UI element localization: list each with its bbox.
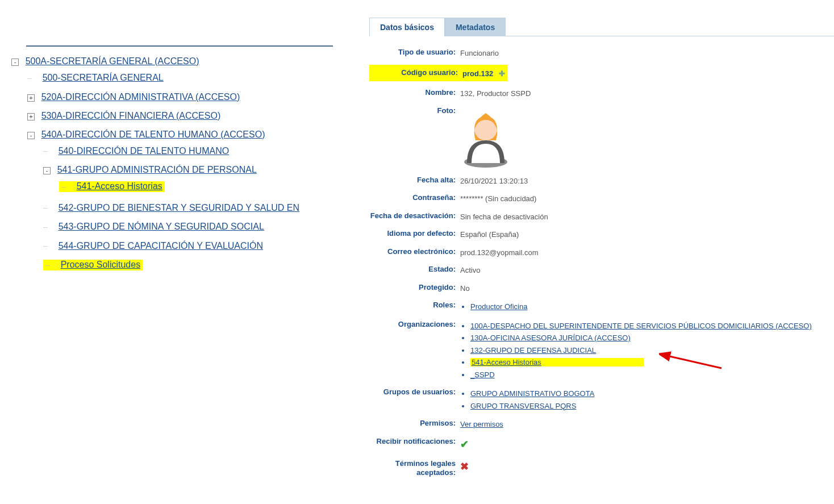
tree-leaf-icon: ┈ <box>27 72 36 86</box>
group-link[interactable]: GRUPO ADMINISTRATIVO BOGOTA <box>470 389 594 398</box>
tree-leaf-icon: ┈ <box>61 181 70 194</box>
tree-expand-icon[interactable]: + <box>27 113 35 120</box>
value-idioma: Español (España) <box>460 228 519 240</box>
label-fecha-alta: Fecha alta: <box>369 174 460 185</box>
tree-separator <box>26 45 333 47</box>
avatar <box>460 106 511 169</box>
tab-metadatos[interactable]: Metadatos <box>445 18 506 36</box>
tree-node-541-acceso[interactable]: 541-Acceso Historias <box>77 181 162 191</box>
tree-expand-icon[interactable]: - <box>11 59 19 66</box>
label-idioma: Idioma por defecto: <box>369 228 460 239</box>
tree-node-520a[interactable]: 520A-DIRECCIÓN ADMINISTRATIVA (ACCESO) <box>41 92 240 102</box>
tree-leaf-icon: ┈ <box>45 259 54 273</box>
value-correo: prod.132@yopmail.com <box>460 246 538 259</box>
org-link[interactable]: 130A-OFICINA ASESORA JURÍDICA (ACCESO) <box>470 334 631 342</box>
label-protegido: Protegido: <box>369 282 460 293</box>
label-terminos: Términos legales aceptados: <box>369 458 460 478</box>
tree-node-500a[interactable]: 500A-SECRETARÍA GENERAL (ACCESO) <box>26 56 199 66</box>
add-codigo-icon[interactable]: ✚ <box>499 68 505 80</box>
tree-leaf-icon: ┈ <box>43 221 52 235</box>
label-codigo-usuario: Código usuario: <box>372 67 462 78</box>
org-link-highlighted[interactable]: 541-Acceso Historias <box>470 358 644 366</box>
org-link[interactable]: _SSPD <box>470 370 495 379</box>
label-contrasena: Contraseña: <box>369 192 460 203</box>
tab-datos-basicos[interactable]: Datos básicos <box>369 18 445 36</box>
value-tipo-usuario: Funcionario <box>460 47 499 59</box>
tree-expand-icon[interactable]: - <box>27 132 35 139</box>
value-protegido: No <box>460 282 470 294</box>
group-link[interactable]: GRUPO TRANSVERSAL PQRS <box>470 402 576 410</box>
tree-expand-icon[interactable]: - <box>43 167 51 174</box>
label-nombre: Nombre: <box>369 87 460 98</box>
value-contrasena: ******** (Sin caducidad) <box>460 192 536 205</box>
value-fecha-desact: Sin fecha de desactivación <box>460 210 548 223</box>
org-link[interactable]: 132-GRUPO DE DEFENSA JUDICIAL <box>470 346 596 355</box>
check-icon: ✔ <box>460 439 469 450</box>
cross-icon: ✖ <box>460 461 469 472</box>
tree-node-541[interactable]: 541-GRUPO ADMINISTRACIÓN DE PERSONAL <box>57 165 257 174</box>
tree-node-543[interactable]: 543-GRUPO DE NÓMINA Y SEGURIDAD SOCIAL <box>59 222 264 231</box>
value-codigo-usuario: prod.132 <box>462 69 493 78</box>
tree-node-544[interactable]: 544-GRUPO DE CAPACITACIÓN Y EVALUACIÓN <box>59 241 263 251</box>
label-organizaciones: Organizaciones: <box>369 319 460 330</box>
label-notificaciones: Recibir notificaciones: <box>369 436 460 447</box>
value-nombre: 132, Productor SSPD <box>460 87 531 99</box>
tree-leaf-icon: ┈ <box>43 202 52 215</box>
ver-permisos-link[interactable]: Ver permisos <box>460 420 503 428</box>
tree-node-500[interactable]: 500-SECRETARÍA GENERAL <box>43 73 164 82</box>
label-permisos: Permisos: <box>369 418 460 428</box>
label-estado: Estado: <box>369 264 460 274</box>
tree-expand-icon[interactable]: + <box>27 94 35 102</box>
value-estado: Activo <box>460 264 480 276</box>
user-details: Tipo de usuario: Funcionario Código usua… <box>364 47 834 478</box>
value-fecha-alta: 26/10/2021 13:20:13 <box>460 174 528 187</box>
tree-node-540[interactable]: 540-DIRECCIÓN DE TALENTO HUMANO <box>59 146 230 156</box>
org-tree: - 500A-SECRETARÍA GENERAL (ACCESO) ┈ 500… <box>11 52 364 280</box>
tree-node-540a[interactable]: 540A-DIRECCIÓN DE TALENTO HUMANO (ACCESO… <box>41 130 265 139</box>
tree-node-530a[interactable]: 530A-DIRECCIÓN FINANCIERA (ACCESO) <box>41 111 221 120</box>
org-link[interactable]: 100A-DESPACHO DEL SUPERINTENDENTE DE SER… <box>470 322 812 330</box>
label-tipo-usuario: Tipo de usuario: <box>369 47 460 57</box>
role-link[interactable]: Productor Oficina <box>470 302 527 311</box>
tree-leaf-icon: ┈ <box>43 240 52 253</box>
tree-node-542[interactable]: 542-GRUPO DE BIENESTAR Y SEGURIDAD Y SAL… <box>59 203 299 213</box>
tabs: Datos básicos Metadatos <box>369 17 834 36</box>
tree-leaf-icon: ┈ <box>43 145 52 159</box>
tree-node-proceso[interactable]: Proceso Solicitudes <box>61 260 141 269</box>
label-foto: Foto: <box>369 105 460 116</box>
label-roles: Roles: <box>369 299 460 310</box>
label-grupos: Grupos de usuarios: <box>369 386 460 397</box>
label-fecha-desact: Fecha de desactivación: <box>369 210 460 221</box>
label-correo: Correo electrónico: <box>369 246 460 257</box>
